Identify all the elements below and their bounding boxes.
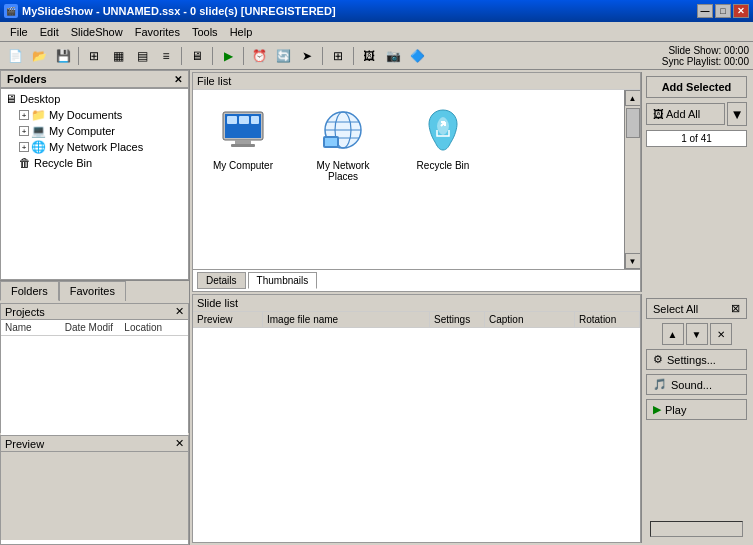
tab-favorites[interactable]: Favorites: [59, 281, 126, 301]
settings-button[interactable]: ⚙ Settings...: [646, 349, 747, 370]
tb-cursor[interactable]: ➤: [296, 45, 318, 67]
slide-list-header: Slide list: [193, 295, 640, 312]
tree-desktop[interactable]: 🖥 Desktop: [3, 91, 186, 107]
projects-close-button[interactable]: ✕: [175, 305, 184, 318]
menu-tools[interactable]: Tools: [186, 24, 224, 40]
separator-3: [212, 47, 213, 65]
tb-loop[interactable]: 🔄: [272, 45, 294, 67]
tb-btn-4[interactable]: ≡: [155, 45, 177, 67]
my-computer-icon: 💻: [31, 124, 46, 138]
col-location: Location: [124, 322, 184, 333]
tb-clock[interactable]: ⏰: [248, 45, 270, 67]
tree-my-computer[interactable]: + 💻 My Computer: [3, 123, 186, 139]
expand-network[interactable]: +: [19, 142, 29, 152]
file-list-tabs: Details Thumbnails: [193, 269, 640, 291]
sound-icon: 🎵: [653, 378, 667, 391]
save-button[interactable]: 💾: [52, 45, 74, 67]
tab-details[interactable]: Details: [197, 272, 246, 289]
file-list-panel: File list: [192, 72, 641, 292]
monitor-button[interactable]: 🖥: [186, 45, 208, 67]
scroll-up-arrow[interactable]: ▲: [625, 90, 641, 106]
tb-img2[interactable]: 📷: [382, 45, 404, 67]
tb-btn-1[interactable]: ⊞: [83, 45, 105, 67]
folders-close-button[interactable]: ✕: [174, 74, 182, 85]
tree-my-documents[interactable]: + 📁 My Documents: [3, 107, 186, 123]
folders-panel-header: Folders ✕: [0, 70, 189, 88]
file-list-header: File list: [193, 73, 640, 90]
network-file-icon: [317, 104, 369, 156]
close-button[interactable]: ✕: [733, 4, 749, 18]
menu-slideshow[interactable]: SlideShow: [65, 24, 129, 40]
tb-grid[interactable]: ⊞: [327, 45, 349, 67]
add-all-dropdown[interactable]: ▼: [727, 102, 747, 126]
file-list-scrollbar: ▲ ▼: [624, 90, 640, 269]
tb-img3[interactable]: 🔷: [406, 45, 428, 67]
folder-tree[interactable]: 🖥 Desktop + 📁 My Documents + 💻 My Comput…: [0, 88, 189, 280]
scroll-down-arrow[interactable]: ▼: [625, 253, 641, 269]
svg-rect-4: [227, 116, 237, 124]
new-button[interactable]: 📄: [4, 45, 26, 67]
left-panel: Folders ✕ 🖥 Desktop + 📁 My Documents + 💻…: [0, 70, 190, 545]
slide-show-label: Slide Show: 00:00: [668, 45, 749, 56]
select-all-button[interactable]: Select All ⊠: [646, 298, 747, 319]
add-all-button[interactable]: 🖼 Add All: [646, 103, 725, 125]
maximize-button[interactable]: □: [715, 4, 731, 18]
play-button[interactable]: ▶: [217, 45, 239, 67]
expand-my-computer[interactable]: +: [19, 126, 29, 136]
play-icon: ▶: [653, 403, 661, 416]
tree-recycle-bin[interactable]: 🗑 Recycle Bin: [3, 155, 186, 171]
projects-panel: Projects ✕ Name Date Modif Location: [0, 303, 189, 433]
recycle-icon: 🗑: [19, 156, 31, 170]
tab-thumbnails[interactable]: Thumbnails: [248, 272, 318, 289]
tb-img1[interactable]: 🖼: [358, 45, 380, 67]
tb-btn-3[interactable]: ▤: [131, 45, 153, 67]
menu-edit[interactable]: Edit: [34, 24, 65, 40]
tree-recycle-label: Recycle Bin: [34, 157, 92, 169]
open-button[interactable]: 📂: [28, 45, 50, 67]
tree-my-network-places[interactable]: + 🌐 My Network Places: [3, 139, 186, 155]
play-slide-button[interactable]: ▶ Play: [646, 399, 747, 420]
select-all-label: Select All: [653, 303, 698, 315]
scroll-thumb[interactable]: [626, 108, 640, 138]
tb-btn-2[interactable]: ▦: [107, 45, 129, 67]
file-item-network[interactable]: My Network Places: [303, 100, 383, 186]
preview-close-button[interactable]: ✕: [175, 437, 184, 450]
col-preview: Preview: [193, 312, 263, 327]
delete-button[interactable]: ✕: [710, 323, 732, 345]
move-up-button[interactable]: ▲: [662, 323, 684, 345]
toolbar-info: Slide Show: 00:00 Sync Playlist: 00:00: [662, 45, 749, 67]
sound-button[interactable]: 🎵 Sound...: [646, 374, 747, 395]
page-indicator: 1 of 41: [646, 130, 747, 147]
slide-list-area: Slide list Preview Image file name Setti…: [192, 294, 641, 543]
main-area: Folders ✕ 🖥 Desktop + 📁 My Documents + 💻…: [0, 70, 753, 545]
col-settings: Settings: [430, 312, 485, 327]
add-all-icon: 🖼: [653, 108, 664, 120]
svg-rect-2: [235, 140, 251, 144]
svg-rect-13: [325, 138, 337, 146]
slide-list-body: [193, 328, 640, 542]
play-label: Play: [665, 404, 686, 416]
folder-tabs: Folders Favorites: [0, 280, 189, 301]
file-item-my-computer[interactable]: My Computer: [203, 100, 283, 175]
add-selected-button[interactable]: Add Selected: [646, 76, 747, 98]
projects-title: Projects: [5, 306, 45, 318]
recycle-file-icon: [417, 104, 469, 156]
preview-header: Preview ✕: [1, 436, 188, 452]
menu-file[interactable]: File: [4, 24, 34, 40]
menu-favorites[interactable]: Favorites: [129, 24, 186, 40]
tree-my-computer-label: My Computer: [49, 125, 115, 137]
right-area: File list: [190, 70, 753, 545]
tab-folders[interactable]: Folders: [0, 281, 59, 301]
minimize-button[interactable]: —: [697, 4, 713, 18]
file-item-recycle[interactable]: Recycle Bin: [403, 100, 483, 175]
file-list-scroll[interactable]: My Computer: [193, 90, 624, 269]
separator-1: [78, 47, 79, 65]
desktop-icon: 🖥: [5, 92, 17, 106]
app-icon: 🎬: [4, 4, 18, 18]
move-down-button[interactable]: ▼: [686, 323, 708, 345]
preview-title: Preview: [5, 438, 44, 450]
menu-help[interactable]: Help: [224, 24, 259, 40]
expand-my-documents[interactable]: +: [19, 110, 29, 120]
slide-list-title: Slide list: [197, 297, 238, 309]
my-computer-file-icon: [217, 104, 269, 156]
